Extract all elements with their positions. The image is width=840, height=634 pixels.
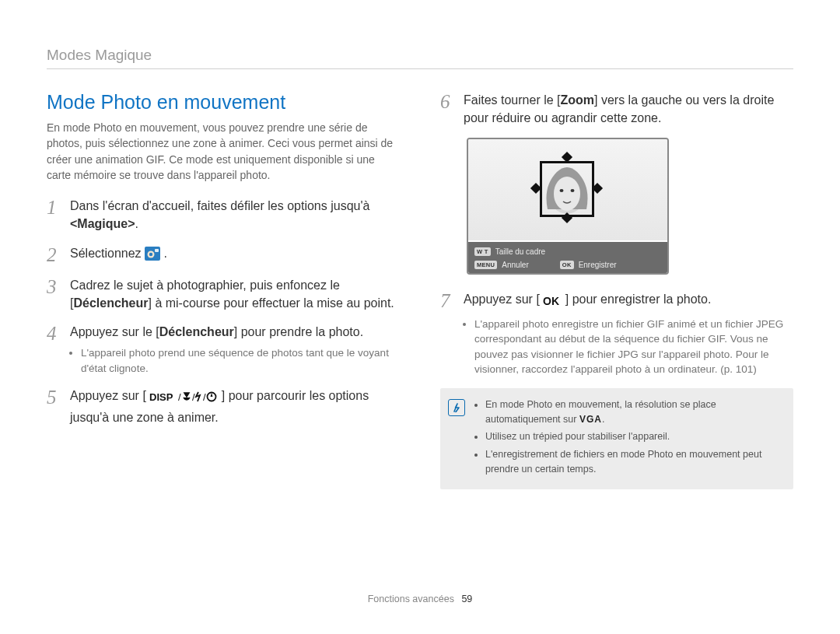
tip-item: Utilisez un trépied pour stabiliser l'ap…: [485, 429, 782, 444]
step-6: Faites tourner le [Zoom] vers la gauche …: [440, 91, 793, 127]
step-5: Appuyez sur [ DISP / / / ]: [47, 387, 400, 426]
svg-text:/: /: [178, 391, 181, 403]
svg-text:DISP: DISP: [149, 391, 173, 403]
intro-paragraph: En mode Photo en mouvement, vous pouvez …: [47, 120, 400, 183]
manual-page: Modes Magique Mode Photo en mouvement En…: [0, 0, 840, 634]
steps-list-right: Faites tourner le [Zoom] vers la gauche …: [440, 91, 793, 127]
crop-frame-icon: [540, 161, 594, 217]
step-note: L'appareil photo prend une séquence de p…: [81, 345, 400, 376]
step-keyword: <Magique>: [70, 217, 135, 230]
tip-text: .: [602, 414, 604, 425]
step-text: Appuyez sur [: [70, 389, 146, 402]
svg-rect-3: [155, 249, 159, 252]
step-note-list: L'appareil photo enregistre un fichier G…: [474, 317, 793, 377]
two-column-layout: Mode Photo en mouvement En mode Photo en…: [47, 91, 793, 489]
step-note: L'appareil photo enregistre un fichier G…: [474, 317, 793, 377]
step-2: Sélectionnez .: [47, 244, 400, 265]
breadcrumb: Modes Magique: [47, 47, 793, 64]
step-text: ] à mi-course pour effectuer la mise au …: [149, 296, 394, 310]
step-note-list: L'appareil photo prend une séquence de p…: [81, 345, 400, 376]
menu-button-icon: MENU: [474, 261, 497, 269]
lcd-label: Taille du cadre: [495, 247, 545, 256]
step-keyword: Déclencheur: [73, 296, 148, 310]
page-footer: Fonctions avancées 59: [0, 594, 840, 604]
page-number: 59: [461, 594, 472, 604]
step-text: Appuyez sur le [: [70, 325, 159, 338]
step-text: Dans l'écran d'accueil, faites défiler l…: [70, 199, 369, 212]
steps-list-right-2: Appuyez sur [ OK ] pour enregistrer la p…: [440, 290, 793, 377]
tip-icon: [448, 399, 465, 416]
step-text: .: [135, 217, 138, 230]
camera-lcd-illustration: W T Taille du cadre MENU Annuler OK Enre…: [467, 138, 669, 275]
footer-label: Fonctions avancées: [368, 594, 454, 604]
lcd-label: Annuler: [502, 261, 528, 269]
step-text: Sélectionnez: [70, 247, 145, 260]
step-text: ] pour enregistrer la photo.: [565, 292, 712, 306]
divider: [47, 68, 793, 69]
nav-controls-icon: DISP / / /: [149, 390, 218, 408]
tip-list: En mode Photo en mouvement, la résolutio…: [485, 398, 782, 480]
step-text: .: [164, 247, 167, 260]
step-3: Cadrez le sujet à photographier, puis en…: [47, 276, 400, 312]
tip-box: En mode Photo en mouvement, la résolutio…: [440, 388, 793, 489]
right-column: Faites tourner le [Zoom] vers la gauche …: [440, 91, 793, 489]
lcd-status-bar: W T Taille du cadre MENU Annuler OK Enre…: [468, 242, 667, 273]
step-text: Faites tourner le [: [464, 93, 561, 107]
lcd-label: Enregistrer: [579, 261, 617, 269]
zoom-indicator-icon: W T: [474, 247, 491, 256]
svg-point-2: [149, 252, 152, 255]
vga-icon: VGA: [579, 414, 602, 425]
tip-item: L'enregistrement de fichiers en mode Pho…: [485, 447, 782, 477]
svg-text:/: /: [192, 391, 195, 403]
ok-icon: OK: [543, 293, 562, 311]
photo-in-motion-mode-icon: [145, 247, 160, 265]
tip-item: En mode Photo en mouvement, la résolutio…: [485, 398, 782, 427]
step-text: ] pour prendre la photo.: [234, 325, 363, 338]
svg-text:/: /: [203, 391, 206, 403]
step-7: Appuyez sur [ OK ] pour enregistrer la p…: [440, 290, 793, 377]
left-column: Mode Photo en mouvement En mode Photo en…: [47, 91, 400, 489]
steps-list-left: Dans l'écran d'accueil, faites défiler l…: [47, 197, 400, 426]
step-4: Appuyez sur le [Déclencheur] pour prendr…: [47, 323, 400, 376]
svg-text:OK: OK: [543, 296, 559, 306]
step-keyword: Déclencheur: [159, 325, 234, 338]
step-1: Dans l'écran d'accueil, faites défiler l…: [47, 197, 400, 233]
section-title: Mode Photo en mouvement: [47, 91, 400, 114]
ok-button-icon: OK: [560, 261, 574, 269]
step-keyword: Zoom: [561, 93, 595, 107]
step-text: Appuyez sur [: [464, 292, 540, 306]
